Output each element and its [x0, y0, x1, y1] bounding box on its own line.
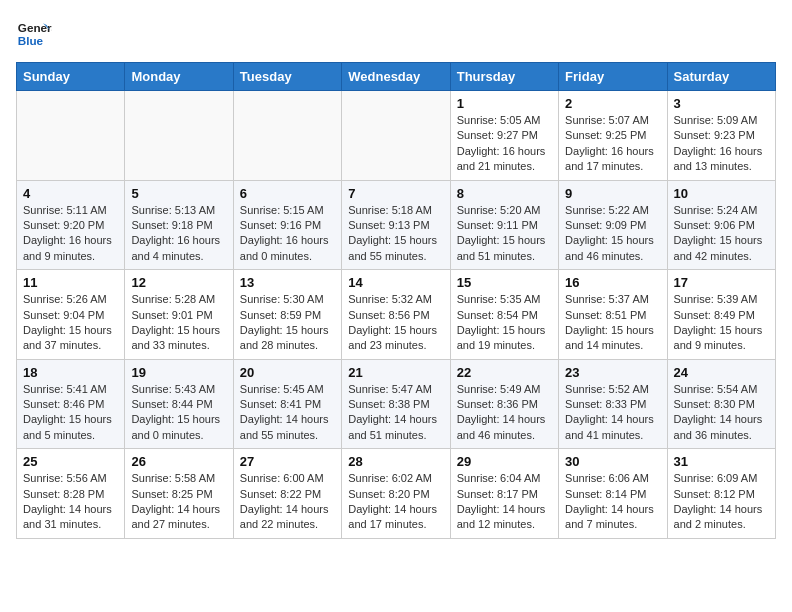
- calendar-cell: 5Sunrise: 5:13 AM Sunset: 9:18 PM Daylig…: [125, 180, 233, 270]
- day-number: 13: [240, 275, 335, 290]
- day-number: 7: [348, 186, 443, 201]
- calendar-cell: 17Sunrise: 5:39 AM Sunset: 8:49 PM Dayli…: [667, 270, 775, 360]
- day-number: 17: [674, 275, 769, 290]
- day-info: Sunrise: 6:04 AM Sunset: 8:17 PM Dayligh…: [457, 471, 552, 533]
- calendar-cell: 30Sunrise: 6:06 AM Sunset: 8:14 PM Dayli…: [559, 449, 667, 539]
- day-info: Sunrise: 5:26 AM Sunset: 9:04 PM Dayligh…: [23, 292, 118, 354]
- day-info: Sunrise: 5:11 AM Sunset: 9:20 PM Dayligh…: [23, 203, 118, 265]
- calendar-cell: 13Sunrise: 5:30 AM Sunset: 8:59 PM Dayli…: [233, 270, 341, 360]
- calendar-week-row: 18Sunrise: 5:41 AM Sunset: 8:46 PM Dayli…: [17, 359, 776, 449]
- day-number: 23: [565, 365, 660, 380]
- calendar-cell: 23Sunrise: 5:52 AM Sunset: 8:33 PM Dayli…: [559, 359, 667, 449]
- day-number: 31: [674, 454, 769, 469]
- day-info: Sunrise: 5:15 AM Sunset: 9:16 PM Dayligh…: [240, 203, 335, 265]
- day-number: 3: [674, 96, 769, 111]
- day-info: Sunrise: 6:02 AM Sunset: 8:20 PM Dayligh…: [348, 471, 443, 533]
- calendar-cell: 25Sunrise: 5:56 AM Sunset: 8:28 PM Dayli…: [17, 449, 125, 539]
- day-info: Sunrise: 5:09 AM Sunset: 9:23 PM Dayligh…: [674, 113, 769, 175]
- calendar-cell: 27Sunrise: 6:00 AM Sunset: 8:22 PM Dayli…: [233, 449, 341, 539]
- day-info: Sunrise: 6:00 AM Sunset: 8:22 PM Dayligh…: [240, 471, 335, 533]
- day-number: 18: [23, 365, 118, 380]
- calendar-cell: 31Sunrise: 6:09 AM Sunset: 8:12 PM Dayli…: [667, 449, 775, 539]
- day-number: 11: [23, 275, 118, 290]
- calendar-cell: [17, 91, 125, 181]
- day-info: Sunrise: 5:41 AM Sunset: 8:46 PM Dayligh…: [23, 382, 118, 444]
- day-info: Sunrise: 5:22 AM Sunset: 9:09 PM Dayligh…: [565, 203, 660, 265]
- calendar-cell: 21Sunrise: 5:47 AM Sunset: 8:38 PM Dayli…: [342, 359, 450, 449]
- calendar-header-row: SundayMondayTuesdayWednesdayThursdayFrid…: [17, 63, 776, 91]
- col-header-monday: Monday: [125, 63, 233, 91]
- day-number: 16: [565, 275, 660, 290]
- day-info: Sunrise: 5:39 AM Sunset: 8:49 PM Dayligh…: [674, 292, 769, 354]
- calendar-cell: 24Sunrise: 5:54 AM Sunset: 8:30 PM Dayli…: [667, 359, 775, 449]
- day-info: Sunrise: 5:24 AM Sunset: 9:06 PM Dayligh…: [674, 203, 769, 265]
- col-header-wednesday: Wednesday: [342, 63, 450, 91]
- day-number: 26: [131, 454, 226, 469]
- calendar-cell: 16Sunrise: 5:37 AM Sunset: 8:51 PM Dayli…: [559, 270, 667, 360]
- calendar-cell: 14Sunrise: 5:32 AM Sunset: 8:56 PM Dayli…: [342, 270, 450, 360]
- calendar-cell: 10Sunrise: 5:24 AM Sunset: 9:06 PM Dayli…: [667, 180, 775, 270]
- day-number: 21: [348, 365, 443, 380]
- day-number: 27: [240, 454, 335, 469]
- day-number: 30: [565, 454, 660, 469]
- col-header-tuesday: Tuesday: [233, 63, 341, 91]
- day-info: Sunrise: 5:30 AM Sunset: 8:59 PM Dayligh…: [240, 292, 335, 354]
- day-number: 10: [674, 186, 769, 201]
- day-info: Sunrise: 5:18 AM Sunset: 9:13 PM Dayligh…: [348, 203, 443, 265]
- day-info: Sunrise: 5:58 AM Sunset: 8:25 PM Dayligh…: [131, 471, 226, 533]
- day-info: Sunrise: 5:37 AM Sunset: 8:51 PM Dayligh…: [565, 292, 660, 354]
- day-number: 22: [457, 365, 552, 380]
- calendar-cell: 8Sunrise: 5:20 AM Sunset: 9:11 PM Daylig…: [450, 180, 558, 270]
- day-number: 29: [457, 454, 552, 469]
- day-info: Sunrise: 5:47 AM Sunset: 8:38 PM Dayligh…: [348, 382, 443, 444]
- calendar-cell: 28Sunrise: 6:02 AM Sunset: 8:20 PM Dayli…: [342, 449, 450, 539]
- calendar-cell: [233, 91, 341, 181]
- day-info: Sunrise: 5:43 AM Sunset: 8:44 PM Dayligh…: [131, 382, 226, 444]
- day-number: 6: [240, 186, 335, 201]
- day-number: 4: [23, 186, 118, 201]
- calendar-cell: 3Sunrise: 5:09 AM Sunset: 9:23 PM Daylig…: [667, 91, 775, 181]
- day-number: 8: [457, 186, 552, 201]
- day-number: 28: [348, 454, 443, 469]
- day-info: Sunrise: 5:20 AM Sunset: 9:11 PM Dayligh…: [457, 203, 552, 265]
- svg-text:General: General: [18, 21, 52, 34]
- calendar-week-row: 4Sunrise: 5:11 AM Sunset: 9:20 PM Daylig…: [17, 180, 776, 270]
- day-number: 25: [23, 454, 118, 469]
- calendar-cell: 15Sunrise: 5:35 AM Sunset: 8:54 PM Dayli…: [450, 270, 558, 360]
- day-number: 14: [348, 275, 443, 290]
- svg-text:Blue: Blue: [18, 34, 44, 47]
- calendar-cell: 2Sunrise: 5:07 AM Sunset: 9:25 PM Daylig…: [559, 91, 667, 181]
- calendar-cell: 7Sunrise: 5:18 AM Sunset: 9:13 PM Daylig…: [342, 180, 450, 270]
- day-info: Sunrise: 5:49 AM Sunset: 8:36 PM Dayligh…: [457, 382, 552, 444]
- day-number: 24: [674, 365, 769, 380]
- day-info: Sunrise: 5:13 AM Sunset: 9:18 PM Dayligh…: [131, 203, 226, 265]
- calendar-cell: 12Sunrise: 5:28 AM Sunset: 9:01 PM Dayli…: [125, 270, 233, 360]
- calendar-cell: 11Sunrise: 5:26 AM Sunset: 9:04 PM Dayli…: [17, 270, 125, 360]
- calendar-table: SundayMondayTuesdayWednesdayThursdayFrid…: [16, 62, 776, 539]
- col-header-saturday: Saturday: [667, 63, 775, 91]
- day-number: 2: [565, 96, 660, 111]
- calendar-cell: 22Sunrise: 5:49 AM Sunset: 8:36 PM Dayli…: [450, 359, 558, 449]
- day-info: Sunrise: 6:09 AM Sunset: 8:12 PM Dayligh…: [674, 471, 769, 533]
- calendar-cell: 1Sunrise: 5:05 AM Sunset: 9:27 PM Daylig…: [450, 91, 558, 181]
- calendar-cell: 19Sunrise: 5:43 AM Sunset: 8:44 PM Dayli…: [125, 359, 233, 449]
- calendar-cell: 18Sunrise: 5:41 AM Sunset: 8:46 PM Dayli…: [17, 359, 125, 449]
- day-number: 1: [457, 96, 552, 111]
- col-header-thursday: Thursday: [450, 63, 558, 91]
- calendar-week-row: 11Sunrise: 5:26 AM Sunset: 9:04 PM Dayli…: [17, 270, 776, 360]
- day-info: Sunrise: 5:56 AM Sunset: 8:28 PM Dayligh…: [23, 471, 118, 533]
- day-number: 19: [131, 365, 226, 380]
- day-info: Sunrise: 5:35 AM Sunset: 8:54 PM Dayligh…: [457, 292, 552, 354]
- day-info: Sunrise: 5:45 AM Sunset: 8:41 PM Dayligh…: [240, 382, 335, 444]
- page-header: General Blue: [16, 16, 776, 52]
- col-header-friday: Friday: [559, 63, 667, 91]
- calendar-cell: 4Sunrise: 5:11 AM Sunset: 9:20 PM Daylig…: [17, 180, 125, 270]
- day-number: 20: [240, 365, 335, 380]
- day-info: Sunrise: 5:07 AM Sunset: 9:25 PM Dayligh…: [565, 113, 660, 175]
- calendar-cell: [342, 91, 450, 181]
- day-number: 5: [131, 186, 226, 201]
- calendar-cell: 26Sunrise: 5:58 AM Sunset: 8:25 PM Dayli…: [125, 449, 233, 539]
- day-number: 9: [565, 186, 660, 201]
- day-number: 15: [457, 275, 552, 290]
- day-info: Sunrise: 5:54 AM Sunset: 8:30 PM Dayligh…: [674, 382, 769, 444]
